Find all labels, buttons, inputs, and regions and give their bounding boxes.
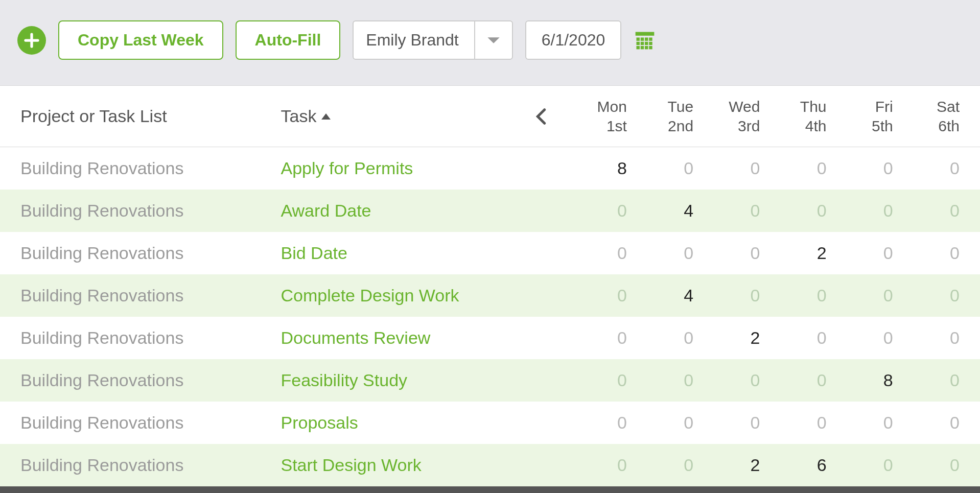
project-cell: Building Renovations [20,201,281,221]
hours-cell[interactable]: 0 [827,413,893,433]
sort-ascending-icon [321,113,331,120]
hours-cell[interactable]: 2 [760,243,826,263]
add-button[interactable] [17,26,46,55]
column-header-task[interactable]: Task [281,106,522,126]
hours-cell[interactable]: 0 [893,455,960,475]
hours-cell[interactable]: 0 [893,328,960,348]
hours-cell[interactable]: 0 [561,370,627,390]
copy-last-week-button[interactable]: Copy Last Week [58,20,223,60]
svg-rect-4 [645,37,648,40]
hours-cell[interactable]: 0 [893,413,960,433]
task-cell[interactable]: Proposals [281,413,522,433]
chevron-left-icon [536,108,546,125]
svg-rect-7 [641,41,644,44]
hours-cell[interactable]: 0 [693,243,760,263]
hours-cell[interactable]: 0 [760,286,826,306]
project-cell: Building Renovations [20,455,281,475]
hours-cell[interactable]: 0 [827,286,893,306]
hours-cell[interactable]: 2 [693,328,760,348]
auto-fill-button[interactable]: Auto-Fill [236,20,341,60]
hours-cell[interactable]: 0 [827,243,893,263]
user-select-value: Emily Brandt [354,21,474,59]
project-cell: Building Renovations [20,243,281,263]
hours-cell[interactable]: 0 [893,158,960,178]
hours-cell[interactable]: 4 [627,201,693,221]
day-header: Fri5th [827,97,893,135]
hours-cell[interactable]: 0 [561,328,627,348]
hours-cell[interactable]: 6 [760,455,826,475]
hours-cell[interactable]: 0 [693,286,760,306]
project-cell: Building Renovations [20,158,281,178]
task-cell[interactable]: Apply for Permits [281,158,522,178]
svg-rect-0 [636,32,655,35]
hours-cell[interactable]: 0 [627,243,693,263]
hours-cell[interactable]: 8 [561,158,627,178]
task-cell[interactable]: Award Date [281,201,522,221]
hours-cell[interactable]: 0 [760,370,826,390]
calendar-button[interactable] [634,29,656,52]
table-row: Building RenovationsComplete Design Work… [0,274,980,317]
column-header-task-label: Task [281,106,317,126]
task-cell[interactable]: Complete Design Work [281,286,522,306]
hours-cell[interactable]: 8 [827,370,893,390]
task-cell[interactable]: Start Design Work [281,455,522,475]
svg-rect-12 [645,46,648,49]
hours-cell[interactable]: 0 [561,413,627,433]
hours-cell[interactable]: 4 [627,286,693,306]
date-input[interactable]: 6/1/2020 [525,20,622,60]
hours-cell[interactable]: 0 [893,370,960,390]
hours-cell[interactable]: 0 [561,455,627,475]
hours-cell[interactable]: 2 [693,455,760,475]
svg-rect-10 [637,46,640,49]
hours-cell[interactable]: 0 [627,158,693,178]
hours-cell[interactable]: 0 [893,201,960,221]
svg-rect-13 [649,46,652,49]
hours-cell[interactable]: 0 [827,158,893,178]
user-select-dropdown[interactable] [474,21,512,59]
hours-cell[interactable]: 0 [627,455,693,475]
hours-cell[interactable]: 0 [760,413,826,433]
hours-cell[interactable]: 0 [760,158,826,178]
hours-cell[interactable]: 0 [693,370,760,390]
hours-cell[interactable]: 0 [693,413,760,433]
task-cell[interactable]: Feasibility Study [281,370,522,390]
table-header: Project or Task List Task Mon1st Tue2nd … [0,85,980,147]
table-row: Building RenovationsStart Design Work002… [0,444,980,486]
hours-cell[interactable]: 0 [760,328,826,348]
hours-cell[interactable]: 0 [760,201,826,221]
hours-cell[interactable]: 0 [893,243,960,263]
hours-cell[interactable]: 0 [561,243,627,263]
task-cell[interactable]: Bid Date [281,243,522,263]
hours-cell[interactable]: 0 [693,158,760,178]
previous-week-button[interactable] [522,108,560,125]
project-cell: Building Renovations [20,328,281,348]
hours-cell[interactable]: 0 [693,201,760,221]
day-header: Wed3rd [693,97,760,135]
table-row: Building RenovationsFeasibility Study000… [0,359,980,402]
table-row: Building RenovationsApply for Permits800… [0,147,980,190]
svg-rect-5 [649,37,652,40]
hours-cell[interactable]: 0 [561,201,627,221]
hours-cell[interactable]: 0 [827,201,893,221]
hours-cell[interactable]: 0 [627,413,693,433]
svg-rect-6 [637,41,640,44]
svg-rect-11 [641,46,644,49]
column-header-project[interactable]: Project or Task List [20,106,281,126]
hours-cell[interactable]: 0 [827,455,893,475]
hours-cell[interactable]: 0 [893,286,960,306]
toolbar: Copy Last Week Auto-Fill Emily Brandt 6/… [0,0,980,85]
user-select[interactable]: Emily Brandt [353,20,512,60]
hours-cell[interactable]: 0 [827,328,893,348]
hours-cell[interactable]: 0 [561,286,627,306]
project-cell: Building Renovations [20,413,281,433]
hours-cell[interactable]: 0 [627,370,693,390]
chevron-down-icon [486,36,501,45]
svg-rect-8 [645,41,648,44]
svg-rect-2 [637,37,640,40]
hours-cell[interactable]: 0 [627,328,693,348]
day-header: Mon1st [561,97,627,135]
task-cell[interactable]: Documents Review [281,328,522,348]
day-header: Sat6th [893,97,960,135]
project-cell: Building Renovations [20,370,281,390]
table-row: Building RenovationsBid Date000200 [0,232,980,274]
